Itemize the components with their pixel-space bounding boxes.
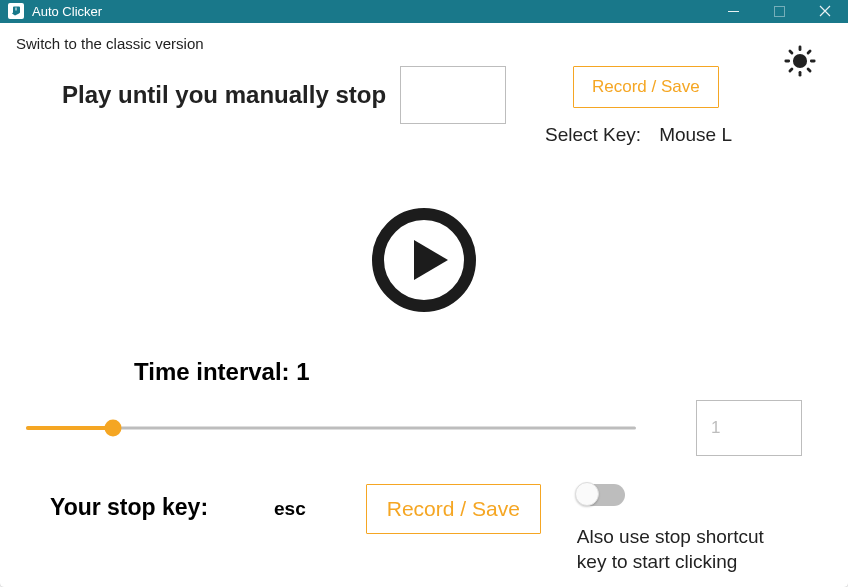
svg-rect-1 (774, 6, 784, 16)
interval-input[interactable]: 1 (696, 400, 802, 456)
svg-rect-0 (728, 11, 739, 12)
svg-line-10 (808, 51, 810, 53)
interval-slider[interactable] (26, 418, 636, 438)
also-use-text: Also use stop shortcut key to start clic… (577, 524, 797, 575)
slider-fill (26, 426, 113, 430)
toggle-knob (575, 482, 599, 506)
svg-point-2 (793, 54, 807, 68)
record-select-col: Record / Save Select Key: Mouse L (573, 66, 732, 146)
also-use-toggle[interactable] (577, 484, 625, 506)
minimize-button[interactable] (710, 0, 756, 23)
close-button[interactable] (802, 0, 848, 23)
slider-thumb[interactable] (104, 419, 121, 436)
window-controls (710, 0, 848, 23)
record-save-button-top[interactable]: Record / Save (573, 66, 719, 108)
play-icon (370, 206, 478, 314)
select-key-value[interactable]: Mouse L (659, 124, 732, 146)
play-button-wrap (16, 206, 832, 314)
titlebar[interactable]: Auto Clicker (0, 0, 848, 23)
slider-row: 1 (16, 400, 832, 456)
app-icon (8, 3, 24, 19)
window-title: Auto Clicker (32, 4, 710, 19)
interval-input-value: 1 (711, 418, 720, 438)
play-until-group: Play until you manually stop (62, 66, 506, 124)
top-row: Play until you manually stop Record / Sa… (16, 66, 832, 146)
stop-key-value: esc (274, 498, 306, 520)
select-key-row: Select Key: Mouse L (545, 124, 732, 146)
select-key-label: Select Key: (545, 124, 641, 146)
svg-line-7 (790, 51, 792, 53)
also-use-col: Also use stop shortcut key to start clic… (577, 484, 797, 575)
maximize-button[interactable] (756, 0, 802, 23)
theme-toggle-button[interactable] (782, 43, 818, 79)
play-until-label: Play until you manually stop (62, 81, 386, 109)
play-button[interactable] (370, 206, 478, 314)
sun-icon (783, 44, 817, 78)
svg-line-9 (790, 69, 792, 71)
play-count-input[interactable] (400, 66, 506, 124)
stop-key-row: Your stop key: esc Record / Save Also us… (16, 484, 832, 575)
app-window: Auto Clicker Switch to the classic versi… (0, 0, 848, 587)
record-save-button-bottom[interactable]: Record / Save (366, 484, 541, 534)
svg-line-8 (808, 69, 810, 71)
content-area: Switch to the classic version Play unti (0, 23, 848, 587)
switch-classic-link[interactable]: Switch to the classic version (16, 35, 832, 52)
stop-key-label: Your stop key: (50, 494, 208, 521)
interval-label-wrap: Time interval: 1 (16, 314, 832, 386)
time-interval-label: Time interval: 1 (134, 358, 310, 386)
